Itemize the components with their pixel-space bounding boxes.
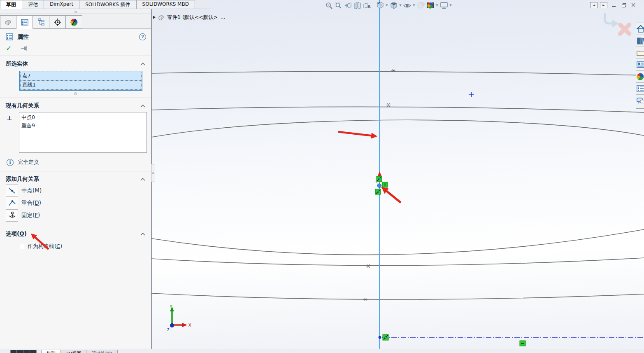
section-add-relations: 添加几何关系 <box>6 175 39 183</box>
edit-appearance-icon <box>417 1 425 9</box>
construction-line-checkbox[interactable] <box>20 244 25 249</box>
appearances-icon <box>636 72 644 81</box>
view-settings-button[interactable] <box>439 1 449 10</box>
configuration-icon <box>37 18 45 26</box>
custom-properties-icon <box>636 84 644 93</box>
section-view-icon <box>353 2 361 9</box>
previous-view-icon <box>344 2 352 9</box>
section-view-button[interactable] <box>353 1 362 10</box>
tab-model[interactable]: 模型 <box>41 350 61 353</box>
display-style-button[interactable] <box>389 1 398 10</box>
edit-appearance-button[interactable] <box>416 1 425 10</box>
collapse-right-pane-button[interactable]: ► <box>600 2 607 8</box>
undo-ghost-icon[interactable] <box>605 13 618 27</box>
tab-feature-manager[interactable] <box>0 15 16 29</box>
task-pane-custom-properties-tab[interactable] <box>636 83 644 95</box>
collapse-chevron-icon[interactable] <box>140 178 145 181</box>
property-manager-panel: 属性 ? ✓ 所选实体 点7 直线1 现有几何关系 <box>0 9 151 349</box>
tab-dimxpert-manager[interactable] <box>49 15 66 29</box>
task-pane-forum-tab[interactable] <box>636 95 644 107</box>
coincident-relation-button[interactable] <box>6 197 18 209</box>
relation-type-icon: ⊥ <box>0 112 19 153</box>
collapse-chevron-icon[interactable] <box>140 105 145 108</box>
appearance-tab-icon <box>70 18 78 26</box>
view-orientation-button[interactable] <box>375 1 385 10</box>
fix-relation-button[interactable] <box>6 209 18 222</box>
existing-relations-list[interactable]: 中点0 重合9 <box>19 112 147 153</box>
panel-splitter-handle[interactable] <box>151 164 155 182</box>
ok-button[interactable]: ✓ <box>6 45 12 51</box>
apply-scene-button[interactable] <box>425 1 435 10</box>
task-pane-design-library-tab[interactable] <box>636 35 644 47</box>
view-orientation-icon <box>376 1 384 9</box>
listbox-resize-handle[interactable] <box>74 92 77 95</box>
list-item[interactable]: 点7 <box>20 72 142 81</box>
fix-label[interactable]: 固定(F) <box>21 212 40 219</box>
tab-motion-study[interactable]: 运动算例1 <box>86 350 118 353</box>
tab-evaluate[interactable]: 评估 <box>22 0 44 9</box>
tab-scroll-strip[interactable] <box>10 350 37 353</box>
selected-entities-list[interactable]: 点7 直线1 <box>19 71 142 91</box>
section-existing-relations: 现有几何关系 <box>6 102 39 110</box>
apply-scene-caret[interactable]: ▼ <box>435 1 439 10</box>
tab-display-manager[interactable] <box>66 15 82 29</box>
tab-addins[interactable]: SOLIDWORKS 插件 <box>79 0 136 9</box>
hide-show-items-button[interactable] <box>402 1 412 10</box>
expand-tree-icon[interactable] <box>153 16 156 19</box>
part-tree-icon <box>4 18 12 26</box>
zoom-area-icon <box>335 2 342 9</box>
cancel-ghost-icon[interactable] <box>620 25 629 34</box>
task-pane-appearances-tab[interactable] <box>636 71 644 83</box>
feature-tree-flyout[interactable]: 零件1 (默认<<默认>_... <box>153 14 225 21</box>
list-item[interactable]: 直线1 <box>20 81 142 90</box>
tab-configuration-manager[interactable] <box>33 15 49 29</box>
tab-3d-views[interactable]: 3D视图 <box>61 350 86 353</box>
properties-icon <box>6 33 14 41</box>
display-style-caret[interactable]: ▼ <box>398 1 402 10</box>
apply-scene-icon <box>426 1 435 9</box>
dimxpert-icon <box>53 18 62 26</box>
document-label: 零件1 (默认<<默认>_... <box>167 14 225 21</box>
collapse-chevron-icon[interactable] <box>140 233 145 236</box>
zoom-fit-button[interactable] <box>324 1 334 10</box>
midpoint-label[interactable]: 中点(M) <box>21 187 42 194</box>
construction-line-label[interactable]: 作为构造线(C) <box>28 243 62 250</box>
status-text: 完全定义 <box>18 159 39 166</box>
midpoint-icon <box>7 186 16 195</box>
collapse-left-pane-button[interactable]: ◄ <box>590 2 598 8</box>
annotation-view-button[interactable]: A <box>362 1 372 10</box>
tab-property-manager[interactable] <box>16 15 33 29</box>
collapse-chevron-icon[interactable] <box>140 63 145 65</box>
task-pane-bar <box>636 23 644 109</box>
command-tab-bar: 草图 评估 DimXpert SOLIDWORKS 插件 SOLIDWORKS … <box>0 0 211 9</box>
list-item[interactable]: 中点0 <box>21 113 144 122</box>
task-pane-view-palette-tab[interactable] <box>636 59 644 71</box>
eye-icon <box>403 2 412 9</box>
restore-button[interactable] <box>620 2 627 8</box>
part-icon <box>158 14 165 21</box>
hide-show-caret[interactable]: ▼ <box>412 1 416 10</box>
help-icon[interactable]: ? <box>139 33 146 40</box>
midpoint-relation-button[interactable] <box>6 185 18 197</box>
view-orientation-caret[interactable]: ▼ <box>385 1 389 10</box>
close-button[interactable]: × <box>630 2 637 8</box>
minimize-button[interactable] <box>610 2 617 8</box>
tab-dimxpert[interactable]: DimXpert <box>44 0 79 9</box>
list-item[interactable]: 重合9 <box>21 122 144 130</box>
view-settings-caret[interactable]: ▼ <box>449 1 453 10</box>
previous-view-button[interactable] <box>343 1 353 10</box>
tab-sketch[interactable]: 草图 <box>0 0 22 9</box>
info-icon: i <box>7 159 14 166</box>
panel-grip[interactable] <box>0 9 151 14</box>
task-pane-file-explorer-tab[interactable] <box>636 47 644 59</box>
coincident-label[interactable]: 重合(D) <box>21 199 41 207</box>
tab-mbd[interactable]: SOLIDWORKS MBD <box>137 0 195 9</box>
design-library-icon <box>636 37 644 45</box>
graphics-viewport[interactable] <box>151 0 644 349</box>
solidworks-window: Y X Z 草图 评估 DimXpert SOLIDWORKS 插件 SOLID… <box>0 0 644 353</box>
task-pane-home-tab[interactable] <box>636 23 644 35</box>
display-style-icon <box>390 1 398 9</box>
panel-title: 属性 <box>17 33 29 41</box>
zoom-area-button[interactable] <box>334 1 343 10</box>
pin-icon[interactable] <box>21 45 29 51</box>
